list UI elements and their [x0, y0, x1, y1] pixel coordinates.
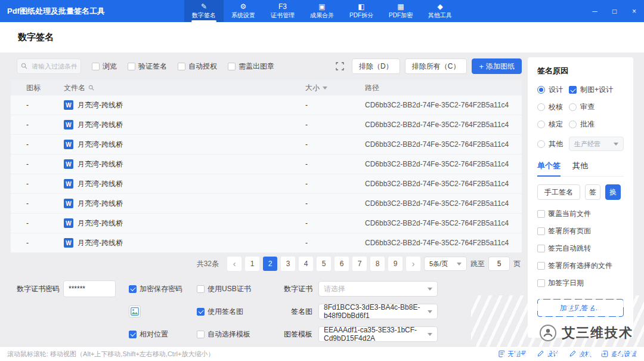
page-button-6[interactable]: 6	[335, 257, 349, 271]
file-list-panel: 浏览 验证签名 自动授权 需盖出图章 排除（D） 排除所有（C）	[11, 57, 522, 346]
template-value: EEAAAdf1-ca35-3E33-1bCF-Cd9bD15F4d2A	[324, 326, 423, 343]
swap-button[interactable]: 换	[605, 184, 621, 200]
nav-item-pdf-encrypt[interactable]: ▦ PDF加密	[381, 0, 420, 22]
checkbox-label: 签署所有页面	[548, 226, 591, 236]
option-overwrite-current-file[interactable]: 覆盖当前文件	[537, 209, 624, 219]
statusbar-item-label: 无图号	[507, 350, 527, 359]
manual-sign-button[interactable]: 手工签名	[537, 184, 580, 200]
other-reason-select[interactable]: 生产经营	[569, 137, 624, 151]
option-auto-jump-after-sign[interactable]: 签完自动跳转	[537, 243, 624, 254]
page-button-3[interactable]: 3	[281, 257, 295, 271]
checkbox-icon	[178, 63, 185, 70]
cert-password-input[interactable]	[63, 280, 116, 297]
statusbar-item-check[interactable]: 校核	[569, 350, 592, 359]
statusbar-item-signature-settings[interactable]: 签名设置	[601, 350, 637, 359]
page-button-1[interactable]: 1	[245, 257, 259, 271]
sign-button[interactable]: 签	[585, 184, 600, 200]
nav-item-digital-signature[interactable]: ✎ 数字签名	[184, 0, 224, 22]
checkbox-checked-icon	[129, 331, 137, 338]
tab-other[interactable]: 其他	[572, 161, 588, 176]
jump-page-input[interactable]	[488, 257, 510, 271]
table-row[interactable]: - W月亮湾-跨线桥 - CD6bb3C2-BB2d-74Fe-35C2-764…	[11, 194, 522, 214]
next-page-button[interactable]: ›	[406, 257, 420, 271]
encrypt-save-checkbox[interactable]: 加密保存密码	[129, 284, 191, 294]
cell-filename: W月亮湾-跨线桥	[55, 120, 297, 130]
cell-size: -	[297, 180, 357, 188]
sign-image-select[interactable]: 8Fd1BCC3-3dE3-BA4c-Bb8E-b48f9DbBd6f1	[318, 304, 438, 319]
use-sign-image-checkbox[interactable]: 使用签名图	[197, 307, 268, 317]
statusbar-item-no-drawing-number[interactable]: 无图号	[499, 350, 527, 359]
filter-checkbox-auto-authorize[interactable]: 自动授权	[178, 61, 217, 72]
nav-item-certificate-manage[interactable]: F3 证书管理	[263, 0, 302, 22]
checkbox-label: 使用签名图	[208, 307, 243, 317]
page-size-select[interactable]: 5条/页	[424, 257, 467, 271]
page-button-7[interactable]: 7	[352, 257, 367, 271]
prev-page-button[interactable]: ‹	[227, 257, 242, 271]
filter-checkbox-browse[interactable]: 浏览	[92, 61, 117, 72]
add-drawings-button[interactable]: + 添加图纸	[472, 58, 522, 74]
nav-item-other-tools[interactable]: ◆ 其他工具	[420, 0, 460, 22]
maximize-button[interactable]: □	[605, 0, 624, 22]
nav-item-system-settings[interactable]: ⚙ 系统设置	[224, 0, 263, 22]
exclude-button[interactable]: 排除（D）	[352, 58, 400, 74]
table-row[interactable]: - W月亮湾-跨线桥 - CD6bb3C2-BB2d-74Fe-35C2-764…	[11, 214, 522, 233]
sign-image-value: 8Fd1BCC3-3dE3-BA4c-Bb8E-b48f9DbBd6f1	[324, 303, 423, 320]
page-button-8[interactable]: 8	[370, 257, 385, 271]
signature-image-icon[interactable]	[129, 306, 141, 317]
option-add-sign-date[interactable]: 加签字日期	[537, 278, 624, 288]
app-title: Pdf图纸处理及批量签名工具	[7, 6, 105, 17]
use-usb-cert-checkbox[interactable]: 使用USB证书	[197, 284, 268, 294]
cell-icon: -	[11, 101, 55, 109]
table-row[interactable]: - W月亮湾-跨线桥 - CD6bb3C2-BB2d-74Fe-35C2-764…	[11, 95, 522, 115]
cell-path: CD6bb3C2-BB2d-74Fe-35C2-764F2B5a11c4	[357, 199, 522, 208]
relative-position-checkbox[interactable]: 相对位置	[129, 329, 191, 340]
cell-icon: -	[11, 180, 55, 188]
sign-image-label: 签名图	[291, 307, 312, 317]
template-select[interactable]: EEAAAdf1-ca35-3E33-1bCF-Cd9bD15F4d2A	[318, 326, 438, 342]
col-header-filename[interactable]: 文件名	[55, 83, 297, 93]
filename-text: 月亮湾-跨线桥	[78, 159, 123, 169]
table-row[interactable]: - W月亮湾-跨线桥 - CD6bb3C2-BB2d-74Fe-35C2-764…	[11, 135, 522, 155]
filter-checkbox-verify-signature[interactable]: 验证签名	[128, 61, 167, 72]
reason-checkbox-draw-plus-design[interactable]: 制图+设计	[569, 85, 624, 95]
option-sign-all-selected-files[interactable]: 签署所有选择的文件	[537, 261, 624, 271]
close-button[interactable]: ×	[624, 0, 644, 22]
option-sign-all-pages[interactable]: 签署所有页面	[537, 226, 624, 236]
merge-icon: ▣	[318, 2, 325, 11]
radio-label: 核定	[549, 119, 563, 129]
col-header-size[interactable]: 大小	[297, 83, 357, 93]
minimize-button[interactable]: ─	[585, 0, 605, 22]
fullscreen-expand-icon[interactable]	[333, 59, 347, 73]
digital-cert-select[interactable]: 请选择	[318, 281, 438, 297]
reason-radio-other[interactable]: 其他	[537, 139, 569, 149]
tab-single-sign[interactable]: 单个签	[537, 161, 561, 177]
table-row[interactable]: - W月亮湾-跨线桥 - CD6bb3C2-BB2d-74Fe-35C2-764…	[11, 115, 522, 135]
col-header-icon[interactable]: 图标	[11, 83, 55, 93]
page-button-2-active[interactable]: 2	[263, 257, 277, 271]
table-row[interactable]: - W月亮湾-跨线桥 - CD6bb3C2-BB2d-74Fe-35C2-764…	[11, 155, 522, 174]
reason-radio-approve[interactable]: 批准	[569, 119, 624, 129]
reason-radio-check[interactable]: 校核	[537, 102, 569, 112]
reason-radio-design[interactable]: 设计	[537, 85, 569, 95]
auto-template-checkbox[interactable]: 自动选择模板	[197, 329, 268, 340]
digital-cert-label-slot: 数字证书	[274, 284, 312, 294]
checkbox-label: 制图+设计	[580, 85, 613, 95]
col-header-path[interactable]: 路径	[357, 83, 522, 93]
table-row[interactable]: - W月亮湾-跨线桥 - CD6bb3C2-BB2d-74Fe-35C2-764…	[11, 174, 522, 194]
page-button-9[interactable]: 9	[388, 257, 402, 271]
filter-checkbox-need-stamp[interactable]: 需盖出图章	[228, 61, 274, 72]
nav-item-merge-results[interactable]: ▣ 成果合并	[302, 0, 342, 22]
reason-radio-review[interactable]: 审查	[569, 102, 624, 112]
table-row[interactable]: - W月亮湾-跨线桥 - CD6bb3C2-BB2d-74Fe-35C2-764…	[11, 233, 522, 253]
add-opinion-signature-button[interactable]: 加意见签名...	[537, 299, 624, 317]
page-button-4[interactable]: 4	[299, 257, 313, 271]
reason-radio-verify[interactable]: 核定	[537, 119, 569, 129]
cert-password-label: 数字证书密码	[17, 284, 60, 294]
cell-filename: W月亮湾-跨线桥	[55, 179, 297, 189]
page-button-5[interactable]: 5	[317, 257, 331, 271]
statusbar-item-design[interactable]: 设计	[537, 350, 559, 359]
tools-icon: ◆	[437, 2, 442, 11]
word-document-icon: W	[64, 238, 73, 248]
nav-item-pdf-split[interactable]: ◧ PDF拆分	[342, 0, 381, 22]
exclude-all-button[interactable]: 排除所有（C）	[405, 58, 467, 74]
